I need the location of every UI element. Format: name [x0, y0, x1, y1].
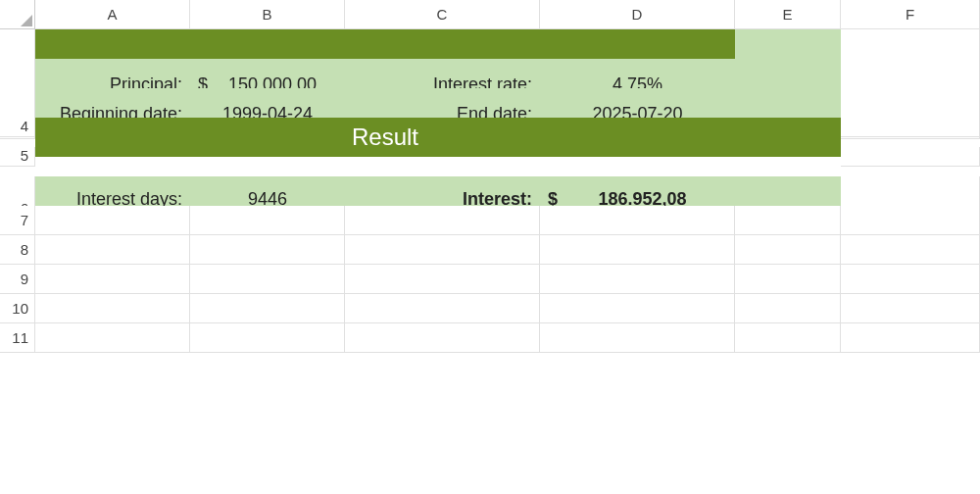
cell-F8[interactable] [841, 235, 980, 265]
row-header-10[interactable]: 10 [0, 294, 35, 323]
col-header-A[interactable]: A [35, 0, 190, 29]
cell-E11[interactable] [735, 323, 841, 353]
cell-B8[interactable] [190, 235, 345, 265]
row-header-7[interactable]: 7 [0, 206, 35, 235]
cell-F11[interactable] [841, 323, 980, 353]
cell-D11[interactable] [540, 323, 735, 353]
row-header-4[interactable]: 4 [0, 118, 35, 137]
cell-C11[interactable] [345, 323, 540, 353]
cell-E7[interactable] [735, 206, 841, 235]
col-header-C[interactable]: C [345, 0, 540, 29]
cell-D7[interactable] [540, 206, 735, 235]
row-header-5[interactable]: 5 [0, 147, 35, 167]
cell-A7[interactable] [35, 206, 190, 235]
cell-F4[interactable] [841, 118, 980, 137]
cell-F7[interactable] [841, 206, 980, 235]
cell-A8[interactable] [35, 235, 190, 265]
cell-C10[interactable] [345, 294, 540, 323]
cell-C8[interactable] [345, 235, 540, 265]
cell-C7[interactable] [345, 206, 540, 235]
cell-D9[interactable] [540, 265, 735, 294]
cell-A9[interactable] [35, 265, 190, 294]
cell-B7[interactable] [190, 206, 345, 235]
cell-D8[interactable] [540, 235, 735, 265]
cell-F5[interactable] [841, 147, 980, 167]
cell-E10[interactable] [735, 294, 841, 323]
cell-E8[interactable] [735, 235, 841, 265]
cell-F9[interactable] [841, 265, 980, 294]
row-header-8[interactable]: 8 [0, 235, 35, 265]
cell-E4[interactable] [735, 118, 841, 157]
cell-E9[interactable] [735, 265, 841, 294]
cell-A10[interactable] [35, 294, 190, 323]
col-header-D[interactable]: D [540, 0, 735, 29]
col-header-F[interactable]: F [841, 0, 980, 29]
row-header-11[interactable]: 11 [0, 323, 35, 353]
cell-F10[interactable] [841, 294, 980, 323]
result-header[interactable]: Result [35, 118, 735, 157]
cell-D10[interactable] [540, 294, 735, 323]
cell-A11[interactable] [35, 323, 190, 353]
col-header-B[interactable]: B [190, 0, 345, 29]
cell-C9[interactable] [345, 265, 540, 294]
cell-B9[interactable] [190, 265, 345, 294]
cell-B10[interactable] [190, 294, 345, 323]
select-all-corner[interactable] [0, 0, 35, 29]
col-header-E[interactable]: E [735, 0, 841, 29]
cell-B11[interactable] [190, 323, 345, 353]
spreadsheet: A B C D E F 1 Exact daily interest calcu… [0, 0, 980, 353]
row-header-9[interactable]: 9 [0, 265, 35, 294]
